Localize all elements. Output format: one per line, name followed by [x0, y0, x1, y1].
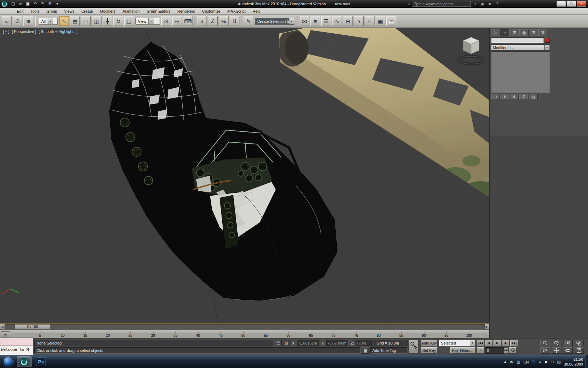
menu-views[interactable]: Views	[61, 8, 78, 14]
tab-modify[interactable]: ∩	[500, 29, 510, 36]
ruler-tick[interactable]: 100	[466, 334, 472, 338]
named-selection-sets-dropdown[interactable]: Create Selection Se ▼	[255, 18, 294, 25]
track-bar[interactable]: ∿ 5 10 15 20 25 30 35 40 45 50 55 60 65 …	[0, 330, 489, 339]
time-configuration-button[interactable]	[509, 347, 517, 354]
ruler-tick[interactable]: 20	[106, 334, 110, 338]
time-slider-handle[interactable]: 0 / 100	[14, 324, 51, 329]
language-indicator[interactable]: EN	[523, 360, 528, 364]
set-key-button[interactable]: Set Key	[421, 347, 438, 354]
tray-network-button[interactable]: ◆	[545, 360, 547, 364]
object-color-swatch[interactable]	[545, 38, 550, 43]
show-end-result-button[interactable]: ⊧	[500, 94, 509, 100]
go-to-end-button[interactable]: ▶▶|	[510, 340, 518, 346]
coord-x-field[interactable]	[297, 340, 319, 346]
taskbar-3dsmax-button[interactable]	[17, 356, 31, 367]
remove-modifier-button[interactable]: ✗	[519, 94, 528, 100]
fuselage-section-model[interactable]	[278, 28, 489, 202]
menu-modifiers[interactable]: Modifiers	[96, 8, 119, 14]
communication-center-button[interactable]: ◉	[479, 1, 486, 7]
ruler-tick[interactable]: 45	[219, 334, 223, 338]
select-and-manipulate-button[interactable]: ⊹	[172, 16, 182, 26]
ruler-tick[interactable]: 85	[399, 334, 403, 338]
maxscript-mini-listener[interactable]: Welcome to M	[0, 338, 33, 355]
tab-create[interactable]: ▷	[491, 29, 500, 36]
next-frame-arrow[interactable]: ▶	[484, 324, 489, 330]
tab-hierarchy[interactable]: ⊞	[510, 29, 519, 36]
use-pivot-center-button[interactable]: ⊙	[161, 16, 171, 26]
close-button[interactable]: ×	[577, 1, 586, 7]
modifier-stack-list[interactable]	[491, 52, 550, 93]
curve-editor-button[interactable]: ∿	[332, 16, 342, 26]
time-tag-button[interactable]: ▦	[362, 347, 369, 354]
coord-z-field[interactable]	[356, 340, 373, 346]
reference-coordinate-dropdown[interactable]: View ▼	[135, 18, 160, 25]
maximize-button[interactable]: ▢	[567, 1, 576, 7]
object-name-field[interactable]	[491, 38, 544, 43]
percent-snap-button[interactable]: %	[219, 16, 229, 26]
selection-filter-dropdown[interactable]: All ▼	[39, 18, 58, 25]
undo-button[interactable]: ↶	[32, 0, 38, 7]
ruler-tick[interactable]: 90	[422, 334, 426, 338]
open-file-button[interactable]: ▱	[17, 0, 24, 7]
menu-customize[interactable]: Customize	[199, 8, 224, 14]
auto-key-button[interactable]: Auto Key	[421, 340, 438, 346]
select-object-button[interactable]: ↖	[59, 16, 69, 26]
help-button[interactable]: ?	[494, 1, 500, 7]
tray-power-button[interactable]: ⊡	[551, 360, 554, 364]
taskbar-clock[interactable]: 21:50 30.08.2009	[564, 357, 583, 367]
ruler-tick[interactable]: 80	[377, 334, 380, 338]
previous-frame-arrow[interactable]: ◀	[0, 324, 5, 330]
key-filters-button[interactable]: Key Filters...	[450, 347, 475, 354]
mirror-button[interactable]: ⋈	[300, 16, 309, 26]
add-time-tag-field[interactable]: Add Time Tag	[370, 347, 407, 354]
menu-edit[interactable]: Edit	[13, 8, 27, 14]
tray-antivirus-button[interactable]: ▤	[557, 360, 561, 364]
menu-animation[interactable]: Animation	[119, 8, 143, 14]
previous-frame-button[interactable]: ◀|	[485, 340, 493, 346]
configure-modifier-sets-button[interactable]: ▤	[529, 94, 538, 100]
bind-to-space-warp-button[interactable]: ≋	[23, 16, 33, 26]
application-menu-button[interactable]	[1, 0, 8, 7]
unlink-selection-button[interactable]: ∅	[13, 16, 22, 26]
next-frame-button[interactable]: |▶	[502, 340, 510, 346]
ruler-tick[interactable]: 55	[264, 334, 268, 338]
coord-y-field[interactable]	[326, 340, 349, 346]
macro-recorder-line[interactable]	[0, 338, 33, 346]
tab-display[interactable]: ⊡	[529, 29, 538, 36]
menu-graph-editors[interactable]: Graph Editors	[143, 8, 174, 14]
ruler-tick[interactable]: 15	[83, 334, 87, 338]
select-and-link-button[interactable]: ∞	[2, 16, 12, 26]
tray-volume-button[interactable]: ♫	[539, 360, 541, 364]
go-to-start-button[interactable]: |◀◀	[477, 340, 484, 346]
search-history-arrow-icon[interactable]: ▸	[408, 2, 411, 6]
spinner-down-icon[interactable]: ▾	[504, 350, 508, 354]
current-frame-field[interactable]	[485, 347, 504, 354]
ruler-tick[interactable]: 10	[61, 334, 64, 338]
menu-rendering[interactable]: Rendering	[174, 8, 199, 14]
favorites-button[interactable]: ★	[486, 1, 493, 7]
set-key-mode-button[interactable]	[409, 340, 419, 354]
tray-display-button[interactable]: ▥	[517, 360, 520, 364]
select-by-name-button[interactable]: ▤	[70, 16, 80, 26]
select-and-rotate-button[interactable]: ↻	[113, 16, 123, 26]
play-button[interactable]: ▶	[493, 340, 501, 346]
absolute-offset-toggle[interactable]: ⊡	[283, 340, 290, 346]
pin-stack-button[interactable]: ⊸	[491, 94, 500, 100]
zoom-all-button[interactable]	[552, 340, 561, 346]
viewport-menu-shading[interactable]: [ Smooth + Highlights ]	[38, 29, 77, 34]
save-file-button[interactable]: ▣	[24, 0, 31, 7]
pan-view-button[interactable]	[552, 347, 561, 354]
zoom-button[interactable]	[540, 340, 550, 346]
edit-named-selections-button[interactable]: ✎	[244, 16, 253, 26]
viewport-canvas[interactable]	[0, 28, 489, 323]
modifier-list-dropdown[interactable]: Modifier List ▼	[491, 45, 550, 50]
layer-manager-button[interactable]: ☰	[321, 16, 331, 26]
key-filter-mode-dropdown[interactable]: Selected ▼	[439, 340, 475, 346]
material-editor-button[interactable]: ◑	[354, 16, 364, 26]
snaps-toggle-button[interactable]: 3	[197, 16, 207, 26]
mini-curve-editor-button[interactable]: ∿	[1, 331, 10, 338]
ruler-tick[interactable]: 25	[128, 334, 132, 338]
time-slider-track[interactable]: 0 / 100	[5, 324, 484, 329]
menu-maxscript[interactable]: MAXScript	[224, 8, 249, 14]
project-folder-button[interactable]: ⊞	[47, 0, 53, 7]
